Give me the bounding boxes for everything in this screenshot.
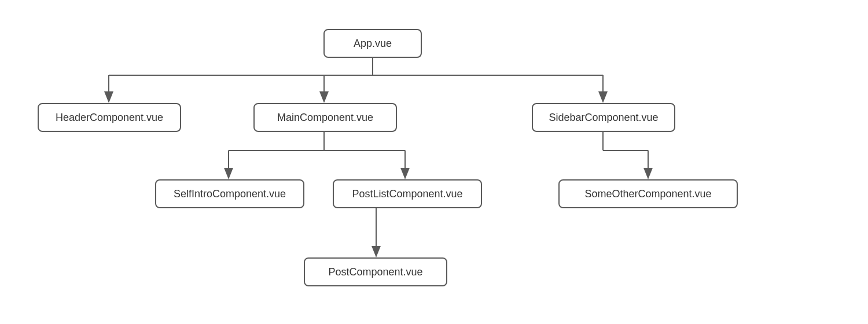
node-someother: SomeOtherComponent.vue xyxy=(558,179,738,208)
node-app: App.vue xyxy=(323,29,422,58)
node-label: PostComponent.vue xyxy=(328,266,422,278)
node-label: SomeOtherComponent.vue xyxy=(584,188,711,200)
node-label: HeaderComponent.vue xyxy=(56,112,163,124)
node-label: PostListComponent.vue xyxy=(352,188,462,200)
node-header: HeaderComponent.vue xyxy=(38,103,181,132)
node-main: MainComponent.vue xyxy=(253,103,397,132)
node-postlist: PostListComponent.vue xyxy=(333,179,482,208)
node-label: SidebarComponent.vue xyxy=(549,112,658,124)
node-label: MainComponent.vue xyxy=(277,112,373,124)
node-post: PostComponent.vue xyxy=(304,257,447,286)
node-sidebar: SidebarComponent.vue xyxy=(532,103,675,132)
node-label: App.vue xyxy=(354,38,392,50)
node-selfintro: SelfIntroComponent.vue xyxy=(155,179,304,208)
node-label: SelfIntroComponent.vue xyxy=(174,188,286,200)
